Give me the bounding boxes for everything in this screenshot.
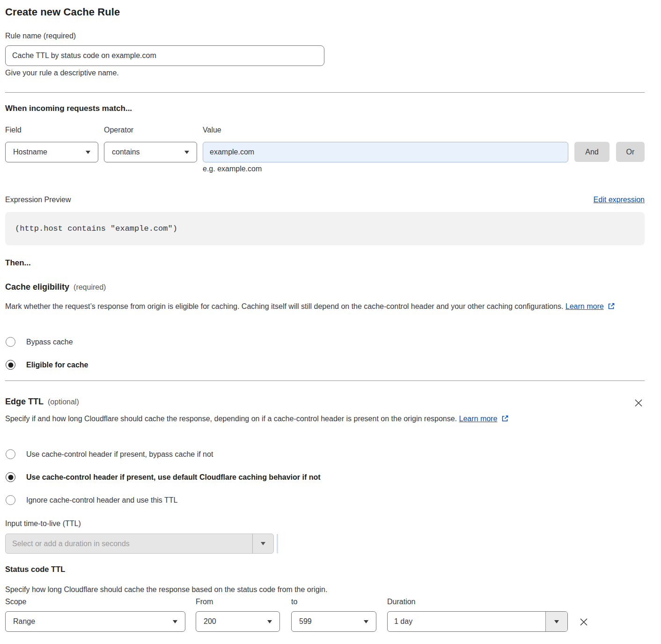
rule-name-help: Give your rule a descriptive name. — [5, 69, 119, 77]
operator-select[interactable]: contains — [104, 142, 197, 162]
bypass-cache-option[interactable]: Bypass cache — [6, 337, 73, 347]
chevron-down-icon — [364, 620, 368, 623]
value-help: e.g. example.com — [203, 165, 262, 173]
edge-ttl-heading: Edge TTL (optional) — [5, 397, 79, 407]
value-input[interactable] — [203, 142, 568, 162]
from-label: From — [196, 598, 213, 606]
and-button[interactable]: And — [574, 142, 610, 162]
edge-ttl-option-bypass[interactable]: Use cache-control header if present, byp… — [6, 449, 213, 459]
field-select-value: Hostname — [13, 148, 47, 156]
chevron-down-icon — [173, 620, 177, 623]
remove-status-ttl-row-button[interactable] — [578, 616, 590, 628]
edge-ttl-radio-default[interactable] — [6, 472, 15, 482]
field-select[interactable]: Hostname — [5, 142, 98, 162]
edge-ttl-learn-more-link[interactable]: Learn more — [459, 415, 498, 423]
rule-name-label: Rule name (required) — [5, 32, 76, 40]
chevron-down-icon — [261, 542, 265, 545]
expression-code: (http.host contains "example.com") — [15, 224, 177, 233]
close-x-icon — [578, 616, 590, 628]
edge-ttl-option-ignore[interactable]: Ignore cache-control header and use this… — [6, 495, 177, 505]
cache-eligibility-heading: Cache eligibility (required) — [5, 282, 106, 292]
edge-ttl-title: Edge TTL — [5, 397, 44, 407]
value-label: Value — [203, 126, 221, 134]
to-select[interactable]: 599 — [291, 611, 376, 632]
duration-label: Duration — [387, 598, 415, 606]
cache-eligibility-qualifier: (required) — [73, 283, 106, 292]
chevron-down-icon — [554, 620, 559, 623]
rule-name-input[interactable] — [5, 45, 324, 66]
edge-ttl-description: Specify if and how long Cloudflare shoul… — [5, 412, 524, 425]
chevron-down-icon — [267, 620, 272, 623]
ttl-duration-select[interactable]: Select or add a duration in seconds — [5, 534, 274, 554]
duration-dropdown-button[interactable] — [545, 612, 567, 631]
scope-select[interactable]: Range — [5, 611, 185, 632]
edge-ttl-radio-ignore[interactable] — [6, 495, 15, 505]
eligible-for-cache-radio[interactable] — [6, 360, 15, 370]
to-select-value: 599 — [299, 617, 312, 626]
or-button[interactable]: Or — [616, 142, 645, 162]
duration-combobox[interactable]: 1 day — [387, 611, 568, 632]
field-label: Field — [5, 126, 22, 134]
ttl-duration-placeholder: Select or add a duration in seconds — [6, 540, 130, 548]
external-link-icon — [608, 302, 615, 310]
edge-ttl-radio-bypass[interactable] — [6, 449, 15, 459]
from-select[interactable]: 200 — [196, 611, 280, 632]
section-divider — [5, 92, 645, 93]
scope-select-value: Range — [13, 617, 35, 626]
edge-ttl-qualifier: (optional) — [48, 398, 79, 406]
ttl-input-label: Input time-to-live (TTL) — [5, 520, 81, 528]
focus-sliver — [277, 534, 278, 553]
status-code-ttl-description: Specify how long Cloudflare should cache… — [5, 583, 632, 596]
cache-eligibility-title: Cache eligibility — [5, 282, 69, 292]
then-heading: Then... — [5, 258, 31, 268]
section-divider — [5, 381, 645, 381]
duration-value: 1 day — [388, 617, 412, 626]
expression-preview-label: Expression Preview — [5, 196, 71, 204]
edge-ttl-close-button[interactable] — [633, 397, 644, 409]
create-cache-rule-form: Create new Cache Rule Rule name (require… — [0, 0, 661, 644]
chevron-down-icon — [184, 151, 189, 154]
cache-eligibility-learn-more-link[interactable]: Learn more — [566, 302, 604, 310]
edit-expression-link[interactable]: Edit expression — [594, 196, 645, 204]
chevron-down-icon — [86, 151, 90, 154]
close-x-icon — [633, 397, 644, 409]
ttl-duration-dropdown-button[interactable] — [252, 534, 273, 553]
operator-label: Operator — [104, 126, 133, 134]
from-select-value: 200 — [204, 617, 216, 626]
to-label: to — [291, 598, 297, 606]
scope-label: Scope — [5, 598, 26, 606]
match-heading: When incoming requests match... — [5, 104, 132, 113]
bypass-cache-label: Bypass cache — [26, 338, 73, 346]
eligible-for-cache-option[interactable]: Eligible for cache — [6, 360, 88, 370]
edge-ttl-option-default[interactable]: Use cache-control header if present, use… — [6, 472, 321, 482]
expression-code-block: (http.host contains "example.com") — [5, 212, 645, 245]
external-link-icon — [501, 415, 509, 422]
status-code-ttl-heading: Status code TTL — [5, 565, 65, 574]
cache-eligibility-description: Mark whether the request’s response from… — [5, 300, 632, 313]
bypass-cache-radio[interactable] — [6, 337, 15, 347]
page-title: Create new Cache Rule — [5, 6, 120, 18]
operator-select-value: contains — [112, 148, 140, 156]
eligible-for-cache-label: Eligible for cache — [26, 361, 88, 369]
